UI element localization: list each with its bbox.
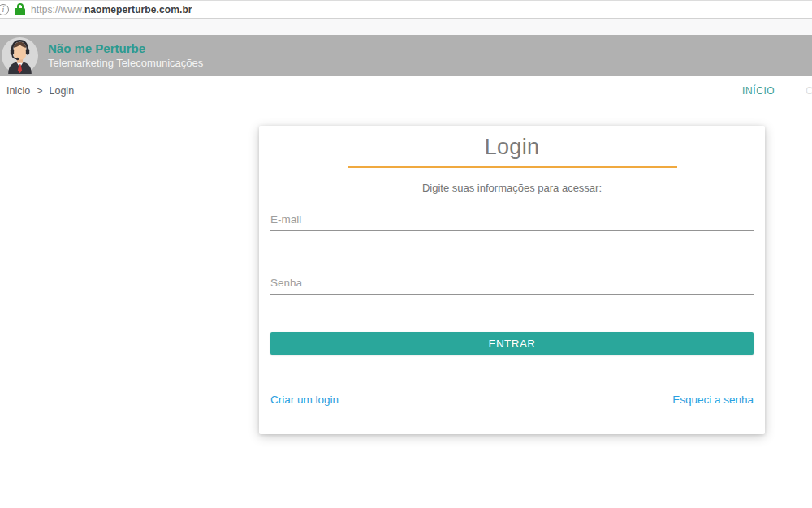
url-domain: naomeperturbe.com.br [84, 4, 192, 15]
entrar-button[interactable]: ENTRAR [270, 332, 754, 355]
email-field-group [270, 210, 754, 231]
password-field-group [270, 273, 754, 295]
padlock-body [15, 8, 25, 15]
breadcrumb-login[interactable]: Login [50, 85, 75, 97]
forgot-password-link[interactable]: Esqueci a senha [672, 394, 754, 406]
header-titles: Não me Perturbe Telemarketing Telecomuni… [48, 41, 203, 70]
email-field[interactable] [270, 210, 754, 231]
breadcrumb-separator: > [37, 85, 42, 97]
telemarketer-avatar [2, 37, 38, 74]
breadcrumb: Inicio > Login [0, 76, 812, 97]
create-login-link[interactable]: Criar um login [270, 394, 339, 406]
login-title: Login [270, 135, 754, 160]
nav-item-partial[interactable]: C [806, 84, 812, 97]
nav-item-inicio[interactable]: INÍCIO [742, 85, 775, 97]
browser-chrome-strip [0, 19, 812, 35]
site-title: Não me Perturbe [48, 41, 203, 56]
address-bar[interactable]: i https://www.naomeperturbe.com.br [0, 0, 812, 19]
breadcrumb-inicio[interactable]: Inicio [6, 85, 30, 97]
url-text[interactable]: https://www.naomeperturbe.com.br [31, 4, 192, 15]
url-prefix: https://www. [31, 4, 84, 15]
site-subtitle: Telemarketing Telecomunicações [48, 56, 203, 70]
site-header: Não me Perturbe Telemarketing Telecomuni… [0, 35, 812, 76]
login-instruction: Digite suas informações para acessar: [270, 182, 754, 194]
title-underline [348, 166, 677, 168]
page-info-icon[interactable]: i [0, 4, 9, 15]
login-card: Login Digite suas informações para acess… [259, 126, 765, 434]
links-row: Criar um login Esqueci a senha [270, 394, 754, 406]
password-field[interactable] [270, 273, 754, 295]
https-padlock-icon[interactable] [15, 3, 25, 15]
